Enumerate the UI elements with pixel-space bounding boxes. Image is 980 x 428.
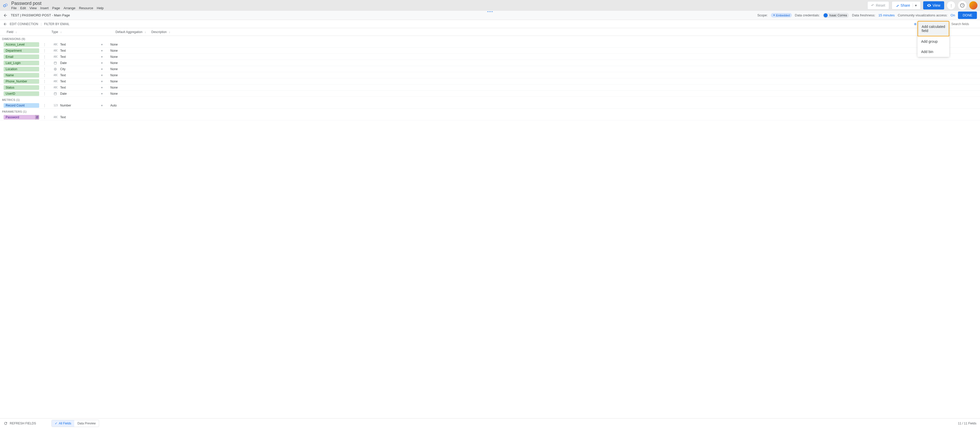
sort-icon[interactable]: ↓ — [169, 30, 170, 34]
menu-bar: File Edit View Insert Page Arrange Resou… — [11, 6, 867, 10]
more-icon[interactable]: ⋮ — [43, 61, 46, 65]
field-row: Email ⋮ ABC Text ▾ None — [0, 54, 980, 60]
more-options-button[interactable]: ⋮ — [947, 1, 955, 10]
more-icon[interactable]: ⋮ — [43, 92, 46, 95]
add-calculated-field-item[interactable]: Add calculated field — [918, 21, 949, 37]
user-avatar[interactable] — [969, 1, 977, 10]
sort-icon[interactable]: ↓ — [145, 30, 146, 34]
share-button[interactable]: Share ▾ — [892, 1, 921, 10]
more-icon[interactable]: ⋮ — [43, 86, 46, 89]
field-type: City — [60, 67, 65, 71]
menu-edit[interactable]: Edit — [20, 6, 26, 10]
menu-file[interactable]: File — [11, 6, 17, 10]
menu-help[interactable]: Help — [97, 6, 104, 10]
undo-icon: ↶ — [871, 3, 874, 8]
chevron-down-icon[interactable]: ▾ — [913, 3, 917, 8]
col-type-label[interactable]: Type — [51, 30, 58, 34]
chevron-down-icon[interactable]: ▾ — [101, 73, 103, 77]
field-pill[interactable]: Record Count — [3, 103, 39, 108]
edit-bar: EDIT CONNECTION | FILTER BY EMAIL ⊕ ⊕ AD… — [0, 20, 980, 28]
scope-chip[interactable]: ⚭ Embedded — [771, 13, 792, 18]
more-icon[interactable]: ⋮ — [43, 43, 46, 46]
field-pill[interactable]: Access_Level — [3, 42, 39, 47]
field-aggregation: None — [110, 43, 146, 46]
page-bar: TEST | PASSWORD POST - Main Page Scope: … — [0, 11, 980, 20]
field-pill[interactable]: Department — [3, 48, 39, 53]
sort-icon[interactable]: ↓ — [15, 30, 17, 34]
credentials-label: Data credentials: — [795, 13, 820, 17]
search-input[interactable] — [951, 22, 977, 26]
drag-handle-dots[interactable] — [487, 11, 493, 12]
number-icon: 123 — [54, 104, 57, 107]
chevron-down-icon[interactable]: ▾ — [101, 67, 103, 71]
field-type: Date — [60, 92, 67, 95]
viz-access-label: Community visualizations access: — [898, 13, 948, 17]
field-aggregation: None — [110, 49, 146, 53]
field-aggregation: None — [110, 86, 146, 89]
sort-icon[interactable]: ↓ — [60, 30, 62, 34]
chevron-down-icon[interactable]: ▾ — [101, 55, 103, 59]
field-aggregation: None — [110, 55, 146, 59]
col-agg-label[interactable]: Default Aggregation — [115, 30, 142, 34]
add-field-button[interactable]: ⊕ — [907, 22, 909, 26]
field-pill[interactable]: Last_Login — [3, 60, 39, 65]
chevron-down-icon[interactable]: ▾ — [101, 49, 103, 53]
app-logo — [3, 3, 8, 8]
field-pill[interactable]: Password@ — [3, 115, 39, 119]
menu-arrange[interactable]: Arrange — [64, 6, 75, 10]
view-button[interactable]: View — [923, 1, 944, 10]
dimensions-group-label: DIMENSIONS (9) — [0, 36, 980, 41]
field-pill[interactable]: UserID — [3, 91, 39, 96]
search-fields[interactable] — [951, 22, 977, 26]
text-icon: ABC — [54, 80, 57, 83]
field-pill[interactable]: Name — [3, 73, 39, 78]
chevron-down-icon[interactable]: ▾ — [101, 80, 103, 83]
share-icon — [896, 3, 899, 7]
back-icon[interactable] — [3, 22, 7, 26]
add-bin-item[interactable]: Add bin — [918, 46, 949, 57]
menu-view[interactable]: View — [29, 6, 37, 10]
filter-by-email-link[interactable]: FILTER BY EMAIL — [44, 22, 69, 26]
field-row: Department ⋮ ABC Text ▾ None — [0, 48, 980, 54]
plus-icon: ⊕ — [914, 22, 916, 26]
doc-title[interactable]: Password post — [11, 1, 867, 6]
chevron-down-icon[interactable]: ▾ — [101, 86, 103, 89]
at-badge: @ — [35, 115, 39, 119]
more-icon[interactable]: ⋮ — [43, 67, 46, 71]
more-icon[interactable]: ⋮ — [43, 49, 46, 53]
field-pill[interactable]: Location — [3, 67, 39, 72]
field-pill[interactable]: Phone_Number — [3, 79, 39, 84]
menu-resource[interactable]: Resource — [79, 6, 93, 10]
field-pill[interactable]: Email — [3, 54, 39, 59]
chevron-down-icon[interactable]: ▾ — [101, 92, 103, 95]
edit-connection-link[interactable]: EDIT CONNECTION — [10, 22, 38, 26]
done-button[interactable]: DONE — [958, 11, 977, 19]
menu-insert[interactable]: Insert — [40, 6, 49, 10]
menu-page[interactable]: Page — [52, 6, 60, 10]
more-icon[interactable]: ⋮ — [43, 55, 46, 59]
chevron-down-icon[interactable]: ▾ — [101, 104, 103, 107]
more-icon[interactable]: ⋮ — [43, 80, 46, 83]
field-aggregation: None — [110, 73, 146, 77]
more-icon[interactable]: ⋮ — [43, 104, 46, 107]
col-field-label[interactable]: Field — [6, 30, 13, 34]
freshness-value[interactable]: 15 minutes — [878, 13, 895, 17]
chevron-down-icon[interactable]: ▾ — [101, 61, 103, 65]
col-desc-label[interactable]: Description — [151, 30, 167, 34]
field-row: Access_Level ⋮ ABC Text ▾ None — [0, 41, 980, 48]
more-icon[interactable]: ⋮ — [43, 73, 46, 77]
credentials-user[interactable]: Isaac Correa — [823, 13, 849, 18]
more-icon[interactable]: ⋮ — [43, 115, 46, 119]
add-group-item[interactable]: Add group — [918, 37, 949, 46]
viz-access-value[interactable]: On — [951, 13, 955, 17]
field-pill[interactable]: Status — [3, 85, 39, 90]
back-arrow-icon[interactable] — [3, 13, 8, 18]
field-row: Record Count ⋮ 123 Number ▾ Auto — [0, 102, 980, 108]
chevron-down-icon[interactable]: ▾ — [101, 43, 103, 46]
add-field-dropdown: Add calculated field Add group Add bin — [918, 21, 949, 57]
text-icon: ABC — [54, 116, 57, 119]
help-button[interactable]: ? — [958, 1, 967, 10]
field-row: Last_Login ⋮ Date ▾ None — [0, 60, 980, 66]
field-aggregation: Auto — [110, 104, 146, 107]
reset-button[interactable]: ↶ Reset — [867, 1, 889, 10]
